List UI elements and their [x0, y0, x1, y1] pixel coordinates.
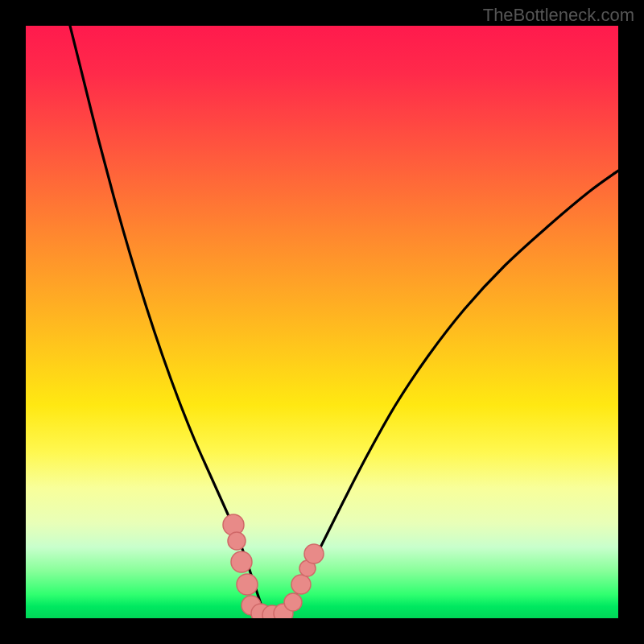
curve-marker [237, 574, 258, 595]
curve-marker [291, 575, 311, 594]
right-curve [283, 171, 618, 618]
curve-marker [231, 551, 252, 572]
curve-marker [304, 544, 324, 564]
curve-markers [223, 514, 324, 618]
chart-svg [26, 26, 618, 618]
chart-frame [26, 26, 618, 618]
curve-marker [284, 593, 302, 611]
curve-marker [228, 532, 246, 550]
watermark-text: TheBottleneck.com [483, 5, 634, 26]
